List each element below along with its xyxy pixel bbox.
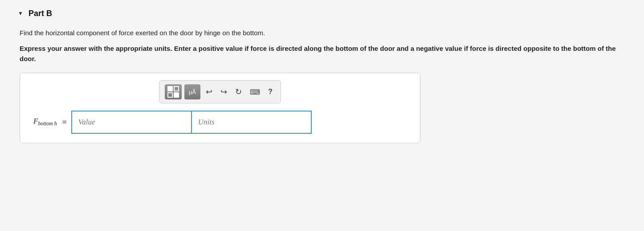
sq2 — [174, 86, 179, 91]
mu-label: μÅ — [189, 89, 196, 95]
help-label: ? — [268, 88, 273, 95]
template-icon — [167, 86, 179, 98]
part-title: Part B — [29, 9, 52, 18]
page-container: ▼ Part B Find the horizontal component o… — [0, 0, 644, 231]
keyboard-button[interactable]: ⌨ — [247, 86, 263, 98]
sq3 — [167, 92, 173, 98]
help-button[interactable]: ? — [265, 86, 275, 98]
input-row: Fbottom h = — [33, 111, 411, 134]
sq4 — [174, 92, 179, 98]
refresh-button[interactable]: ↻ — [232, 85, 245, 99]
part-header: ▼ Part B — [18, 9, 626, 18]
chevron-icon[interactable]: ▼ — [18, 10, 23, 17]
template-button[interactable] — [165, 84, 182, 99]
question-text: Find the horizontal component of force e… — [20, 29, 626, 37]
mu-button[interactable]: μÅ — [184, 84, 200, 99]
instruction-text: Express your answer with the appropriate… — [20, 44, 626, 64]
formula-label: Fbottom h — [33, 117, 57, 127]
answer-box: μÅ ↩ ↪ ↻ ⌨ ? — [20, 73, 420, 143]
sq1 — [167, 86, 173, 91]
equals-sign: = — [62, 118, 67, 127]
redo-button[interactable]: ↪ — [218, 85, 230, 99]
undo-icon: ↩ — [206, 87, 212, 97]
value-input[interactable] — [71, 111, 192, 134]
refresh-icon: ↻ — [235, 87, 242, 97]
redo-icon: ↪ — [220, 87, 227, 97]
formula-F: F — [33, 117, 38, 125]
formula-subscript: bottom h — [38, 121, 57, 127]
undo-button[interactable]: ↩ — [203, 85, 215, 99]
units-input[interactable] — [192, 111, 312, 134]
toolbar: μÅ ↩ ↪ ↻ ⌨ ? — [159, 80, 281, 103]
keyboard-icon: ⌨ — [250, 88, 260, 96]
